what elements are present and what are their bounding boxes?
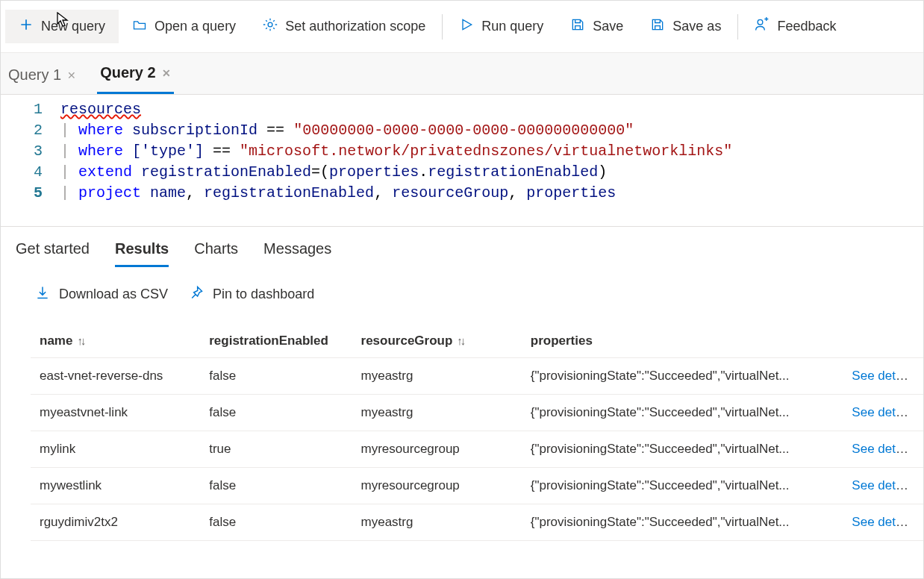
- see-details-link[interactable]: See details: [852, 405, 914, 419]
- col-header-prop[interactable]: properties: [522, 323, 843, 358]
- save-as-button[interactable]: Save as: [637, 10, 734, 43]
- cell-rg: myeastrg: [352, 504, 522, 541]
- sort-icon: ↑↓: [457, 334, 463, 347]
- cell-rg: myresourcegroup: [352, 468, 522, 504]
- run-query-button[interactable]: Run query: [446, 10, 557, 43]
- cell-name: rguydimiv2tx2: [31, 504, 200, 541]
- results-table: name↑↓ registrationEnabled resourceGroup…: [31, 323, 923, 541]
- new-query-button[interactable]: New query: [5, 10, 119, 43]
- see-details-link[interactable]: See details: [852, 442, 914, 456]
- col-header-rg[interactable]: resourceGroup↑↓: [352, 323, 522, 358]
- cell-reg: false: [200, 468, 352, 504]
- save-icon: [570, 17, 585, 36]
- result-actions: Download as CSV Pin to dashboard: [1, 267, 923, 317]
- cell-rg: myeastrg: [352, 358, 522, 395]
- set-scope-button[interactable]: Set authorization scope: [249, 10, 439, 43]
- cell-prop: {"provisioningState":"Succeeded","virtua…: [522, 468, 843, 504]
- tab-query2[interactable]: Query 2✕: [97, 54, 173, 94]
- cell-prop: {"provisioningState":"Succeeded","virtua…: [522, 504, 843, 541]
- download-csv-button[interactable]: Download as CSV: [35, 285, 168, 304]
- divider: [442, 14, 443, 40]
- toolbar: New query Open a query Set authorization…: [1, 1, 923, 53]
- col-header-reg[interactable]: registrationEnabled: [200, 323, 352, 358]
- gear-icon: [263, 17, 278, 36]
- cell-reg: false: [200, 395, 352, 431]
- cell-name: myeastvnet-link: [31, 395, 200, 431]
- cell-rg: myresourcegroup: [352, 431, 522, 468]
- code-editor[interactable]: 1resources 2| where subscriptionId == "0…: [1, 95, 923, 227]
- table-row[interactable]: myeastvnet-linkfalsemyeastrg{"provisioni…: [31, 395, 923, 431]
- sort-icon: ↑↓: [77, 334, 84, 347]
- cell-name: mywestlink: [31, 468, 200, 504]
- cell-name: mylink: [31, 431, 200, 468]
- cell-prop: {"provisioningState":"Succeeded","virtua…: [522, 395, 843, 431]
- tab-messages[interactable]: Messages: [263, 240, 331, 267]
- play-icon: [459, 17, 474, 36]
- result-tabs: Get started Results Charts Messages: [1, 227, 923, 267]
- close-icon[interactable]: ✕: [162, 67, 171, 79]
- table-row[interactable]: rguydimiv2tx2falsemyeastrg{"provisioning…: [31, 504, 923, 541]
- pin-icon: [189, 285, 204, 304]
- feedback-button[interactable]: Feedback: [741, 10, 849, 43]
- feedback-icon: [755, 17, 770, 36]
- table-row[interactable]: mylinktruemyresourcegroup{"provisioningS…: [31, 431, 923, 468]
- tab-results[interactable]: Results: [115, 240, 169, 267]
- cell-name: east-vnet-reverse-dns: [31, 358, 200, 395]
- plus-icon: [19, 17, 34, 36]
- see-details-link[interactable]: See details: [852, 478, 914, 492]
- query-tabs: Query 1✕ Query 2✕: [1, 53, 923, 95]
- folder-icon: [132, 17, 147, 36]
- cell-prop: {"provisioningState":"Succeeded","virtua…: [522, 431, 843, 468]
- col-header-name[interactable]: name↑↓: [31, 323, 200, 358]
- svg-point-0: [268, 22, 272, 27]
- save-as-icon: [650, 17, 665, 36]
- save-button[interactable]: Save: [557, 10, 637, 43]
- cell-reg: false: [200, 358, 352, 395]
- cell-rg: myeastrg: [352, 395, 522, 431]
- cell-reg: true: [200, 431, 352, 468]
- tab-query1[interactable]: Query 1✕: [5, 56, 79, 94]
- table-row[interactable]: east-vnet-reverse-dnsfalsemyeastrg{"prov…: [31, 358, 923, 395]
- close-icon[interactable]: ✕: [67, 69, 76, 81]
- open-query-button[interactable]: Open a query: [119, 10, 249, 43]
- table-row[interactable]: mywestlinkfalsemyresourcegroup{"provisio…: [31, 468, 923, 504]
- see-details-link[interactable]: See details: [852, 369, 914, 383]
- tab-get-started[interactable]: Get started: [16, 240, 90, 267]
- cell-prop: {"provisioningState":"Succeeded","virtua…: [522, 358, 843, 395]
- pin-dashboard-button[interactable]: Pin to dashboard: [189, 285, 314, 304]
- divider: [737, 14, 738, 40]
- download-icon: [35, 285, 50, 304]
- tab-charts[interactable]: Charts: [194, 240, 238, 267]
- svg-point-1: [758, 19, 764, 25]
- see-details-link[interactable]: See details: [852, 515, 914, 529]
- cell-reg: false: [200, 504, 352, 541]
